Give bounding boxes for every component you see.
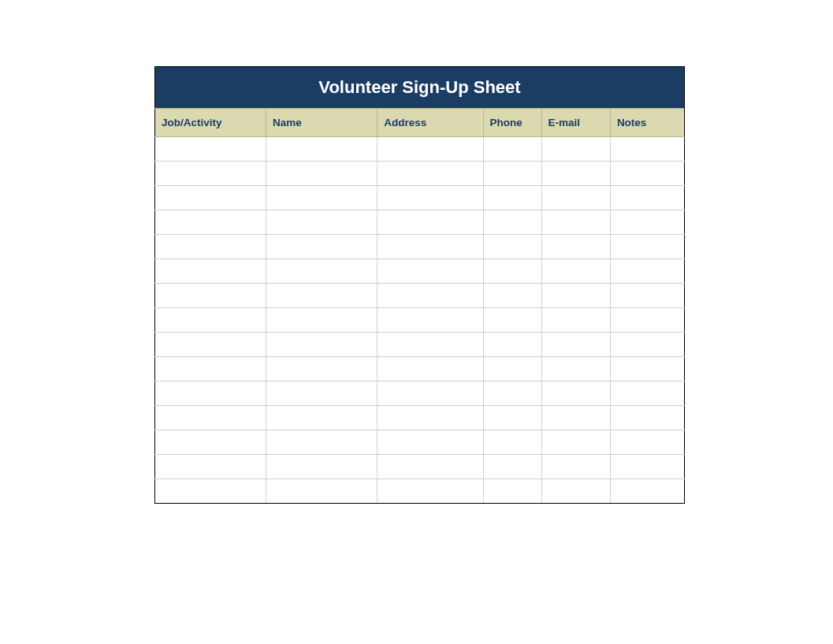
cell-notes (610, 406, 684, 430)
cell-job (155, 357, 266, 382)
cell-job (155, 186, 266, 210)
cell-job (155, 406, 266, 430)
cell-address (377, 186, 483, 210)
cell-notes (610, 259, 684, 284)
cell-notes (610, 137, 684, 162)
cell-address (377, 137, 483, 162)
cell-email (541, 357, 610, 382)
cell-notes (610, 333, 684, 357)
cell-address (377, 479, 483, 504)
table-row (155, 406, 685, 430)
cell-phone (483, 406, 541, 430)
cell-notes (610, 382, 684, 406)
cell-job (155, 455, 266, 479)
cell-phone (483, 137, 541, 162)
cell-phone (483, 430, 541, 455)
cell-address (377, 333, 483, 357)
cell-phone (483, 284, 541, 308)
cell-address (377, 308, 483, 333)
cell-job (155, 479, 266, 504)
cell-phone (483, 357, 541, 382)
cell-notes (610, 235, 684, 259)
cell-address (377, 259, 483, 284)
table-row (155, 137, 685, 162)
cell-email (541, 430, 610, 455)
cell-phone (483, 479, 541, 504)
cell-address (377, 382, 483, 406)
cell-name (266, 162, 377, 186)
cell-address (377, 406, 483, 430)
table-row (155, 333, 685, 357)
table-body (155, 137, 685, 504)
cell-email (541, 382, 610, 406)
cell-job (155, 137, 266, 162)
cell-phone (483, 308, 541, 333)
cell-name (266, 308, 377, 333)
cell-phone (483, 259, 541, 284)
cell-email (541, 210, 610, 235)
cell-address (377, 430, 483, 455)
cell-job (155, 210, 266, 235)
cell-phone (483, 235, 541, 259)
col-header-notes: Notes (610, 109, 684, 137)
cell-name (266, 137, 377, 162)
cell-address (377, 284, 483, 308)
cell-email (541, 186, 610, 210)
table-row (155, 210, 685, 235)
table-row (155, 455, 685, 479)
cell-name (266, 479, 377, 504)
cell-notes (610, 210, 684, 235)
cell-job (155, 162, 266, 186)
table-row (155, 162, 685, 186)
cell-name (266, 284, 377, 308)
cell-job (155, 259, 266, 284)
cell-email (541, 333, 610, 357)
cell-notes (610, 357, 684, 382)
signup-sheet: Volunteer Sign-Up Sheet Job/Activity Nam… (154, 66, 685, 504)
cell-email (541, 406, 610, 430)
table-row (155, 479, 685, 504)
cell-address (377, 455, 483, 479)
cell-name (266, 382, 377, 406)
col-header-phone: Phone (483, 109, 541, 137)
col-header-name: Name (266, 109, 377, 137)
cell-job (155, 333, 266, 357)
cell-email (541, 259, 610, 284)
table-row (155, 284, 685, 308)
cell-name (266, 210, 377, 235)
cell-name (266, 430, 377, 455)
cell-email (541, 284, 610, 308)
cell-name (266, 186, 377, 210)
col-header-email: E-mail (541, 109, 610, 137)
cell-job (155, 308, 266, 333)
cell-phone (483, 186, 541, 210)
table-row (155, 308, 685, 333)
table-row (155, 259, 685, 284)
cell-notes (610, 284, 684, 308)
cell-job (155, 430, 266, 455)
table-row (155, 235, 685, 259)
cell-notes (610, 308, 684, 333)
cell-email (541, 137, 610, 162)
cell-address (377, 162, 483, 186)
cell-address (377, 210, 483, 235)
col-header-address: Address (377, 109, 483, 137)
cell-job (155, 382, 266, 406)
cell-phone (483, 455, 541, 479)
title-bar: Volunteer Sign-Up Sheet (154, 66, 685, 108)
cell-email (541, 235, 610, 259)
cell-job (155, 284, 266, 308)
cell-notes (610, 430, 684, 455)
cell-name (266, 455, 377, 479)
cell-email (541, 162, 610, 186)
cell-job (155, 235, 266, 259)
cell-email (541, 308, 610, 333)
cell-name (266, 357, 377, 382)
table-row (155, 382, 685, 406)
table-row (155, 430, 685, 455)
cell-phone (483, 333, 541, 357)
sheet-title: Volunteer Sign-Up Sheet (318, 77, 520, 97)
table-row (155, 186, 685, 210)
cell-phone (483, 382, 541, 406)
cell-notes (610, 162, 684, 186)
